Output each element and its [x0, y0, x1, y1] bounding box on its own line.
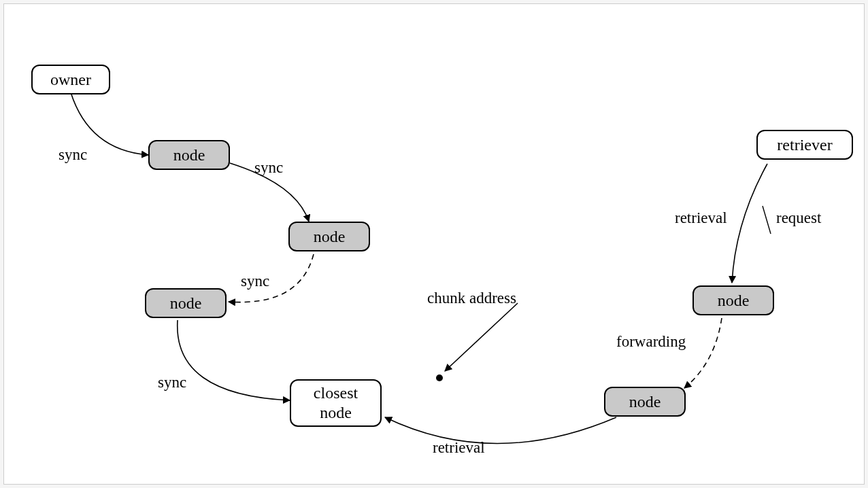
label-sync1: sync [59, 146, 87, 164]
node-box-3: node [145, 288, 227, 318]
label-chunk: chunk address [427, 290, 516, 307]
label-retrieval1: retrieval [675, 209, 727, 227]
chunk-address-dot [436, 374, 443, 381]
label-sync4: sync [158, 374, 186, 391]
label-forwarding: forwarding [616, 333, 686, 351]
node-box-5: node [604, 387, 686, 417]
node-box-2: node [288, 222, 370, 251]
edges-layer [4, 4, 865, 485]
node-box-1: node [148, 140, 230, 170]
retriever-box: retriever [756, 130, 853, 160]
edge-retrieval2 [385, 417, 616, 444]
label-request: request [776, 209, 821, 227]
label-sync2: sync [254, 159, 283, 177]
edge-sync4 [178, 320, 290, 400]
edge-forwarding [684, 318, 722, 388]
owner-box: owner [31, 65, 110, 94]
node-box-4: node [692, 285, 774, 315]
edge-request-sep [763, 206, 771, 234]
label-retrieval2: retrieval [433, 439, 485, 457]
closest-node-box: closest node [290, 379, 382, 427]
edge-chunk [445, 303, 518, 371]
diagram-canvas: owner node node node closest node retrie… [3, 3, 865, 485]
label-sync3: sync [241, 273, 269, 290]
edge-retrieval-request [732, 164, 767, 283]
